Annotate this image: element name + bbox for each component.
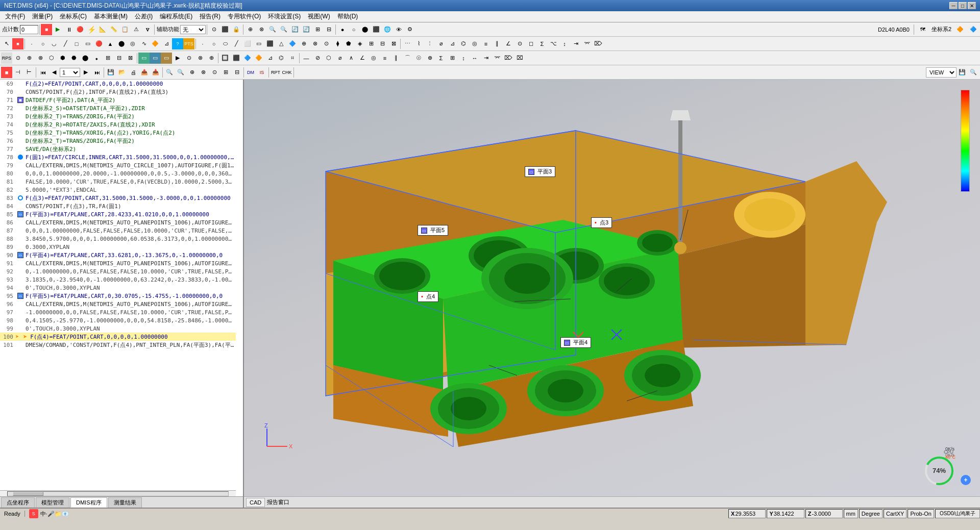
code-line-94[interactable]: 940',TOUCH,0.3000,XYPLAN [0, 284, 236, 292]
tab-result[interactable]: 测量结果 [108, 497, 142, 508]
shape-h8[interactable]: ≡ [480, 38, 492, 49]
import-btn[interactable]: 📥 [150, 67, 161, 78]
tb-btn-18[interactable]: ⊟ [323, 24, 334, 35]
annotation-plane5[interactable]: ▭ 平面5 [418, 225, 448, 236]
shape-rect2[interactable]: ▭ [253, 38, 264, 49]
tb-btn-21[interactable]: ⬤ [359, 24, 371, 35]
tb3-46[interactable]: ⌧ [514, 53, 525, 64]
shape-g1[interactable]: 🔷 [287, 38, 298, 49]
tb-end2[interactable]: 🔷 [968, 24, 979, 35]
tb-btn-6[interactable]: ⚠ [131, 24, 142, 35]
tb-btn-stop[interactable]: ■ [41, 24, 52, 35]
shape-h3[interactable]: ⦙ [424, 38, 435, 49]
tb3-8[interactable]: ⬤ [80, 53, 91, 64]
tb3-2[interactable]: ⊙ [12, 53, 23, 64]
menu-help[interactable]: 帮助(D) [334, 11, 361, 22]
shape-surface[interactable]: 🔶 [150, 38, 161, 49]
tb3-11[interactable]: ⊟ [113, 53, 125, 64]
tb3-43[interactable]: ⇥ [480, 53, 492, 64]
shape-h2[interactable]: ⌇ [413, 38, 424, 49]
tb-btn-10[interactable]: 🔒 [231, 24, 242, 35]
tb-btn-19[interactable]: ● [337, 24, 348, 35]
shape-dot[interactable]: · [26, 38, 37, 49]
dmis2[interactable]: IS [256, 67, 267, 78]
tb3-6[interactable]: ⬢ [57, 53, 68, 64]
tb-btn-15[interactable]: 🔄 [289, 24, 301, 35]
code-line-99[interactable]: 990',TOUCH,0.3000,XYPLAN [0, 324, 236, 333]
code-line-79[interactable]: 79CALL/EXTERN,DMIS,M(NETDMIS_AUTO_CIRCLE… [0, 161, 236, 169]
menu-special[interactable]: 专用软件(O) [225, 11, 264, 22]
annotation-plane4[interactable]: ▭ 平面4 [560, 337, 591, 348]
tb-btn-run[interactable]: ▶ [52, 24, 63, 35]
tab-model[interactable]: 模型管理 [36, 497, 69, 508]
shape-torus[interactable]: ◎ [127, 38, 138, 49]
tb3-26[interactable]: ⌗ [287, 53, 298, 64]
close-button[interactable]: ✕ [968, 2, 976, 9]
menu-tolerance[interactable]: 公差(I) [132, 11, 156, 22]
menu-coord[interactable]: 坐标系(C) [57, 11, 90, 22]
tb-btn-14[interactable]: 🔍 [278, 24, 289, 35]
shape-slot[interactable]: ⬜ [242, 38, 253, 49]
tb3-29[interactable]: ⬡ [323, 53, 334, 64]
tb-btn-20[interactable]: ○ [348, 24, 359, 35]
shape-circle[interactable]: ○ [37, 38, 48, 49]
h-scroll-track[interactable] [7, 491, 229, 496]
tb3-25[interactable]: ⌬ [276, 53, 287, 64]
minimize-button[interactable]: ─ [949, 2, 958, 9]
rpt2[interactable]: CHK [281, 67, 292, 78]
tb-btn-pause[interactable]: ⏸ [63, 24, 75, 35]
aux-func-select[interactable]: 无 [180, 25, 206, 34]
code-line-87[interactable]: 870,0,0,1.00000000,FALSE,FALSE,FALSE,10.… [0, 226, 236, 235]
shape-h17[interactable]: ⌤ [581, 38, 593, 49]
zoom1[interactable]: 🔍 [164, 67, 175, 78]
tb-btn-11[interactable]: ⊕ [244, 24, 256, 35]
tb3-12[interactable]: ⊠ [125, 53, 136, 64]
menu-file[interactable]: 文件(F) [2, 11, 28, 22]
tb3-13[interactable]: ▭ [138, 53, 150, 64]
tb3-45[interactable]: ⌦ [503, 53, 514, 64]
tb3-5[interactable]: ⬡ [46, 53, 57, 64]
menu-report[interactable]: 报告(R) [197, 11, 224, 22]
zoom7[interactable]: ⊟ [231, 67, 242, 78]
tb3-17[interactable]: ⊙ [183, 53, 194, 64]
shape-edge[interactable]: ⊿ [161, 38, 172, 49]
annotation-plane3[interactable]: ▭ 平面3 [525, 166, 555, 177]
tb-btn-25[interactable]: ⚙ [404, 24, 415, 35]
tb3-30[interactable]: ⌀ [334, 53, 346, 64]
tb3-37[interactable]: ⦾ [413, 53, 424, 64]
tb-btn-9[interactable]: ⬛ [219, 24, 231, 35]
tb3-34[interactable]: ≡ [379, 53, 390, 64]
shape-g6[interactable]: ⬟ [343, 38, 354, 49]
shape-line2[interactable]: ╱ [231, 38, 242, 49]
rpt1[interactable]: RPT [270, 67, 281, 78]
report-window[interactable]: 报告窗口 [267, 498, 289, 506]
tb-btn-5[interactable]: 📋 [119, 24, 131, 35]
tb-btn-2[interactable]: ⚡ [86, 24, 97, 35]
save-btn[interactable]: 💾 [105, 67, 116, 78]
shape-h16[interactable]: ⇥ [570, 38, 581, 49]
tb3-21[interactable]: ⬛ [231, 53, 242, 64]
shape-line[interactable]: ╱ [60, 38, 71, 49]
shape-h11[interactable]: ⊙ [514, 38, 525, 49]
dmis1[interactable]: DM [245, 67, 256, 78]
tb3-35[interactable]: ∥ [390, 53, 402, 64]
zoom5[interactable]: ⊙ [209, 67, 220, 78]
code-line-81[interactable]: 81FALSE,10.0000,'CUR',TRUE,FALSE,0,FA(VE… [0, 178, 236, 186]
code-line-93[interactable]: 933.1835,0,-23.9540,0,-1.00000000,0,63.2… [0, 275, 236, 284]
shape-q[interactable]: ? [172, 38, 183, 49]
tb3-9[interactable]: ⬥ [91, 53, 102, 64]
tb3-40[interactable]: ⊞ [447, 53, 458, 64]
menu-basic-measure[interactable]: 基本测量(M) [91, 11, 131, 22]
shape-h10[interactable]: ∠ [503, 38, 514, 49]
code-line-96[interactable]: 96CALL/EXTERN,DMIS,M(NETDMIS_AUTO_PLANEP… [0, 300, 236, 308]
tb-btn-13[interactable]: 🔍 [267, 24, 278, 35]
tb-btn-16[interactable]: 🔄 [301, 24, 312, 35]
code-line-74[interactable]: 74D(坐标系2_R)=ROTATE/ZAXIS,FA(直线2),XDIR [0, 120, 236, 129]
shape-trian[interactable]: △ [276, 38, 287, 49]
code-line-75[interactable]: 75D(坐标系2_T)=TRANS/XORIG,FA(点2),YORIG,FA(… [0, 129, 236, 137]
shape-plane[interactable]: ▭ [82, 38, 93, 49]
tb3-18[interactable]: ⊗ [194, 53, 206, 64]
code-line-76[interactable]: 76D(坐标系2_T)=TRANS/ZORIG,FA(平面2) [0, 137, 236, 145]
step-select[interactable]: 1 [60, 68, 80, 77]
tb3-7[interactable]: ⬣ [68, 53, 80, 64]
